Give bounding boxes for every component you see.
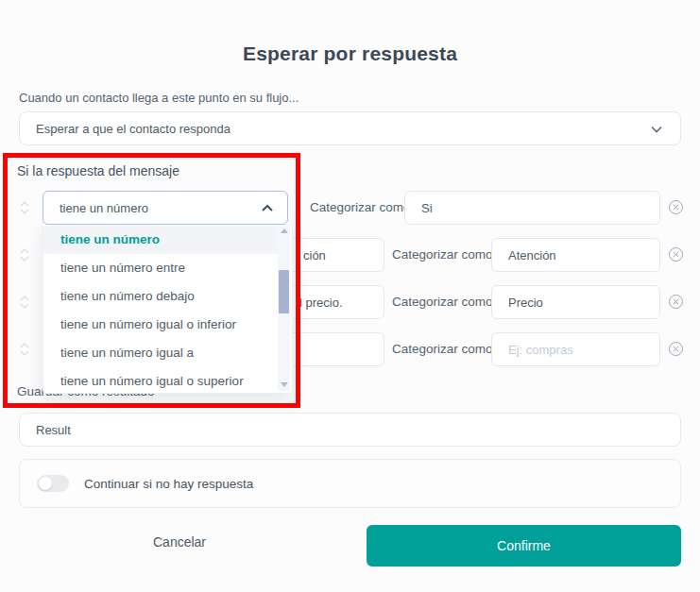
trigger-label: Cuando un contacto llega a este punto en… xyxy=(19,91,299,105)
condition-select-value: tiene un número xyxy=(43,201,148,215)
dropdown-option[interactable]: tiene un número igual o inferior xyxy=(43,311,281,339)
remove-row-icon[interactable] xyxy=(667,340,684,357)
category-input[interactable]: Si xyxy=(404,191,660,225)
chevron-up-icon xyxy=(261,203,274,214)
dropdown-option[interactable]: tiene un número xyxy=(43,226,281,254)
continue-toggle[interactable] xyxy=(37,475,69,492)
condition-dropdown-menu: tiene un número tiene un número entre ti… xyxy=(43,221,293,394)
toggle-label: Continuar si no hay respuesta xyxy=(84,477,253,491)
dropdown-option[interactable]: tiene un número igual o superior xyxy=(43,367,281,394)
drag-handle-icon[interactable] xyxy=(17,198,32,217)
category-placeholder: Ej: compras xyxy=(492,343,573,357)
remove-row-icon[interactable] xyxy=(667,245,684,262)
cancel-button[interactable]: Cancelar xyxy=(132,534,227,557)
drag-handle-icon[interactable] xyxy=(17,293,32,312)
trigger-select[interactable]: Esperar a que el contacto responda xyxy=(19,111,681,145)
category-input[interactable]: Ej: compras xyxy=(491,332,660,366)
dropdown-option[interactable]: tiene un número debajo xyxy=(43,282,281,311)
condition-select-open[interactable]: tiene un número xyxy=(43,191,288,225)
category-input[interactable]: Precio xyxy=(491,285,660,319)
result-value: Result xyxy=(20,423,71,437)
scroll-down-icon[interactable] xyxy=(278,378,290,391)
confirm-button[interactable]: Confirme xyxy=(367,525,681,567)
trigger-select-value: Esperar a que el contacto responda xyxy=(20,122,230,136)
dropdown-option[interactable]: tiene un número entre xyxy=(43,254,281,282)
categorize-label: Categorizar como: xyxy=(310,200,414,214)
categorize-label: Categorizar como: xyxy=(392,342,496,356)
toggle-knob xyxy=(39,477,52,490)
category-value: Si xyxy=(405,201,433,215)
drag-handle-icon[interactable] xyxy=(17,340,32,359)
categorize-label: Categorizar como: xyxy=(392,295,496,309)
chevron-down-icon xyxy=(650,123,663,136)
drag-handle-icon[interactable] xyxy=(17,245,32,264)
result-input[interactable]: Result xyxy=(19,413,681,447)
wait-for-response-modal: Esperar por respuesta Cuando un contacto… xyxy=(0,0,700,592)
scrollbar-thumb[interactable] xyxy=(279,270,289,313)
conditions-section-label: Si la respuesta del mensaje xyxy=(17,163,179,178)
remove-row-icon[interactable] xyxy=(667,293,684,310)
dropdown-option[interactable]: tiene un número igual a xyxy=(43,339,281,367)
scroll-up-icon[interactable] xyxy=(278,224,290,237)
categorize-label: Categorizar como: xyxy=(392,247,496,262)
page-title: Esperar por respuesta xyxy=(0,42,700,65)
no-reply-card: Continuar si no hay respuesta xyxy=(19,459,681,508)
category-value: Precio xyxy=(492,296,543,310)
remove-row-icon[interactable] xyxy=(667,198,684,215)
category-input[interactable]: Atención xyxy=(491,238,660,272)
category-value: Atención xyxy=(492,248,556,262)
dropdown-scrollbar[interactable] xyxy=(278,224,290,391)
